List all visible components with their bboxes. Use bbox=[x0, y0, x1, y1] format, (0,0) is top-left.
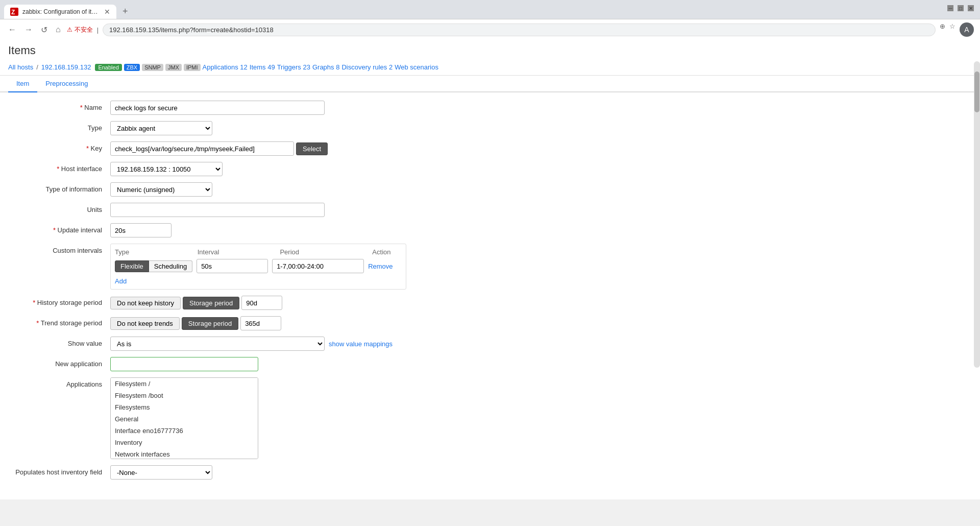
units-input[interactable] bbox=[110, 203, 325, 217]
reload-button[interactable]: ↺ bbox=[39, 23, 50, 37]
translate-icon[interactable]: ⊕ bbox=[940, 22, 945, 37]
host-link[interactable]: 192.168.159.132 bbox=[41, 63, 91, 71]
populates-host-inventory-row: Populates host inventory field -None- bbox=[0, 465, 980, 480]
history-storage-value-input[interactable] bbox=[241, 296, 282, 310]
snmp-badge: SNMP bbox=[142, 64, 163, 71]
custom-intervals-row: Custom intervals Type Interval Period Ac… bbox=[0, 244, 980, 290]
new-application-input[interactable] bbox=[110, 357, 258, 371]
do-not-keep-trends-btn[interactable]: Do not keep trends bbox=[110, 317, 180, 330]
back-button[interactable]: ← bbox=[6, 23, 18, 36]
breadcrumb: All hosts / 192.168.159.132 Enabled ZBX … bbox=[0, 59, 980, 76]
do-not-keep-history-btn[interactable]: Do not keep history bbox=[110, 297, 181, 309]
history-storage-label: History storage period bbox=[8, 296, 110, 306]
show-value-select[interactable]: As is bbox=[110, 337, 325, 351]
type-select[interactable]: Zabbix agent bbox=[110, 121, 212, 135]
url-separator: | bbox=[97, 26, 99, 34]
scrollbar[interactable] bbox=[974, 61, 980, 368]
units-label: Units bbox=[8, 203, 110, 213]
items-link[interactable]: Items 49 bbox=[250, 62, 275, 72]
bookmark-icon[interactable]: ☆ bbox=[949, 22, 955, 37]
url-bar[interactable]: 192.168.159.135/items.php?form=create&ho… bbox=[103, 23, 936, 36]
applications-link[interactable]: Applications 12 bbox=[203, 62, 248, 72]
update-interval-input[interactable] bbox=[110, 223, 172, 237]
minimize-button[interactable]: ─ bbox=[947, 5, 953, 11]
trend-storage-label: Trend storage period bbox=[8, 316, 110, 327]
type-of-info-label: Type of information bbox=[8, 182, 110, 193]
new-application-row: New application bbox=[0, 357, 980, 371]
history-storage-row: History storage period Do not keep histo… bbox=[0, 296, 980, 310]
trend-storage-period-btn[interactable]: Storage period bbox=[182, 317, 238, 330]
new-application-label: New application bbox=[8, 357, 110, 368]
applications-listbox[interactable]: Filesystem / Filesystem /boot Filesystem… bbox=[110, 377, 258, 459]
tab-preprocessing[interactable]: Preprocessing bbox=[37, 76, 96, 92]
page-title: Items bbox=[0, 40, 980, 59]
tab-close-button[interactable]: ✕ bbox=[104, 8, 110, 16]
action-col-header: Action bbox=[372, 248, 402, 256]
home-button[interactable]: ⌂ bbox=[54, 23, 63, 36]
maximize-button[interactable]: □ bbox=[958, 5, 964, 11]
interval-input[interactable] bbox=[197, 259, 268, 273]
name-row: Name bbox=[0, 101, 980, 115]
web-scenarios-link[interactable]: Web scenarios bbox=[395, 62, 438, 72]
tab-title: zabbix: Configuration of items bbox=[22, 8, 100, 15]
zbx-badge: ZBX bbox=[124, 64, 140, 71]
populates-host-inventory-select[interactable]: -None- bbox=[110, 465, 212, 480]
user-avatar[interactable]: A bbox=[960, 22, 974, 37]
security-warning: ⚠ 不安全 bbox=[67, 26, 93, 34]
type-label: Type bbox=[8, 121, 110, 132]
select-button[interactable]: Select bbox=[296, 142, 328, 155]
list-item[interactable]: Interface eno16777736 bbox=[111, 425, 258, 437]
key-input[interactable] bbox=[110, 141, 294, 156]
flexible-btn[interactable]: Flexible bbox=[115, 260, 149, 272]
svg-text:Z: Z bbox=[11, 9, 15, 16]
tab-item[interactable]: Item bbox=[8, 76, 37, 92]
populates-host-inventory-label: Populates host inventory field bbox=[8, 465, 110, 476]
custom-intervals-label: Custom intervals bbox=[8, 244, 110, 254]
list-item[interactable]: Filesystem /boot bbox=[111, 390, 258, 401]
trend-storage-value-input[interactable] bbox=[240, 316, 281, 330]
enabled-badge: Enabled bbox=[95, 64, 121, 71]
remove-link[interactable]: Remove bbox=[368, 262, 393, 270]
host-interface-select[interactable]: 192.168.159.132 : 10050 bbox=[110, 162, 223, 176]
discovery-rules-link[interactable]: Discovery rules 2 bbox=[341, 62, 393, 72]
type-of-info-select[interactable]: Numeric (unsigned) bbox=[110, 182, 212, 197]
update-interval-row: Update interval bbox=[0, 223, 980, 237]
jmx-badge: JMX bbox=[165, 64, 182, 71]
custom-interval-row: Flexible Scheduling Remove bbox=[115, 259, 402, 273]
list-item[interactable]: Network interfaces bbox=[111, 448, 258, 459]
key-label: Key bbox=[8, 141, 110, 152]
key-row: Key Select bbox=[0, 141, 980, 156]
breadcrumb-sep-1: / bbox=[36, 63, 38, 71]
triggers-link[interactable]: Triggers 23 bbox=[277, 62, 310, 72]
scheduling-btn[interactable]: Scheduling bbox=[149, 260, 192, 272]
forward-button[interactable]: → bbox=[22, 23, 35, 36]
ipmi-badge: IPMI bbox=[184, 64, 201, 71]
show-value-row: Show value As is show value mappings bbox=[0, 337, 980, 351]
list-item[interactable]: Filesystem / bbox=[111, 378, 258, 390]
period-col-header: Period bbox=[280, 248, 368, 256]
name-input[interactable] bbox=[110, 101, 325, 115]
scrollbar-thumb[interactable] bbox=[974, 71, 979, 112]
applications-label: Applications bbox=[8, 377, 110, 388]
close-button[interactable]: ✕ bbox=[968, 5, 974, 11]
form-tabs: Item Preprocessing bbox=[0, 76, 980, 92]
applications-row: Applications Filesystem / Filesystem /bo… bbox=[0, 377, 980, 459]
units-row: Units bbox=[0, 203, 980, 217]
period-input[interactable] bbox=[272, 259, 364, 273]
host-interface-row: Host interface 192.168.159.132 : 10050 bbox=[0, 162, 980, 176]
interval-col-header: Interval bbox=[198, 248, 276, 256]
update-interval-label: Update interval bbox=[8, 223, 110, 234]
show-value-label: Show value bbox=[8, 337, 110, 347]
history-storage-period-btn[interactable]: Storage period bbox=[183, 297, 239, 309]
list-item[interactable]: Filesystems bbox=[111, 401, 258, 413]
new-tab-button[interactable]: + bbox=[118, 4, 132, 19]
graphs-link[interactable]: Graphs 8 bbox=[312, 62, 340, 72]
all-hosts-link[interactable]: All hosts bbox=[8, 63, 33, 71]
warning-icon: ⚠ bbox=[67, 26, 72, 33]
list-item[interactable]: Inventory bbox=[111, 437, 258, 448]
list-item[interactable]: General bbox=[111, 413, 258, 425]
add-link[interactable]: Add bbox=[115, 277, 127, 285]
name-label: Name bbox=[8, 101, 110, 111]
show-value-mappings-link[interactable]: show value mappings bbox=[329, 340, 393, 348]
host-interface-label: Host interface bbox=[8, 162, 110, 173]
